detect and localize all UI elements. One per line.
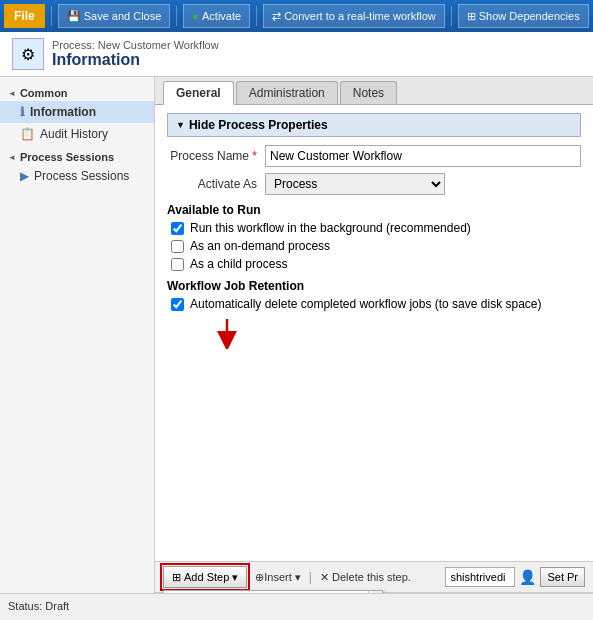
- available-section: Available to Run Run this workflow in th…: [167, 203, 581, 271]
- activate-as-select[interactable]: Process: [265, 173, 445, 195]
- sidebar-item-process-sessions[interactable]: ▶ Process Sessions: [0, 165, 154, 187]
- available-title: Available to Run: [167, 203, 581, 217]
- tab-general[interactable]: General: [163, 81, 234, 105]
- retention-title: Workflow Job Retention: [167, 279, 581, 293]
- separator-3: [256, 6, 257, 26]
- tab-notes[interactable]: Notes: [340, 81, 397, 104]
- save-icon: 💾: [67, 10, 81, 23]
- retention-label: Automatically delete completed workflow …: [190, 297, 542, 311]
- checkbox-background[interactable]: [171, 222, 184, 235]
- audit-icon: 📋: [20, 127, 35, 141]
- dropdown-item-stage[interactable]: Stage: [164, 591, 382, 593]
- activate-button[interactable]: ● Activate: [183, 4, 250, 28]
- process-name-label: Process Name: [167, 149, 257, 163]
- set-prop-button[interactable]: Set Pr: [540, 567, 585, 587]
- show-dep-button[interactable]: ⊞ Show Dependencies: [458, 4, 589, 28]
- add-step-button[interactable]: ⊞ Add Step ▾: [163, 566, 247, 588]
- process-sessions-section-header: Process Sessions: [0, 145, 154, 165]
- retention-checkbox-row: Automatically delete completed workflow …: [167, 297, 581, 311]
- checkbox-retention[interactable]: [171, 298, 184, 311]
- activate-as-label: Activate As: [167, 177, 257, 191]
- step-toolbar: ⊞ Add Step ▾ ⊕Insert ▾ | ✕ Delete this s…: [155, 561, 593, 593]
- form-content: Hide Process Properties Process Name Act…: [155, 105, 593, 561]
- checkbox-ondemand-label: As an on-demand process: [190, 239, 330, 253]
- insert-arrow: ▾: [295, 571, 301, 583]
- dropdown-menu: Stage Check Condition Conditional Branch…: [163, 590, 383, 593]
- separator-4: [451, 6, 452, 26]
- info-icon: ℹ: [20, 105, 25, 119]
- process-name-input[interactable]: [265, 145, 581, 167]
- process-icon: ▶: [20, 169, 29, 183]
- status-text: Status: Draft: [8, 600, 69, 612]
- main-layout: Common ℹ Information 📋 Audit History Pro…: [0, 77, 593, 593]
- checkbox-row-1: Run this workflow in the background (rec…: [167, 221, 581, 235]
- user-input[interactable]: [445, 567, 515, 587]
- sidebar: Common ℹ Information 📋 Audit History Pro…: [0, 77, 155, 593]
- right-panel: 👤 Set Pr: [445, 567, 585, 587]
- user-icon: 👤: [519, 569, 536, 585]
- breadcrumb: Process: New Customer Workflow: [52, 39, 219, 51]
- arrow-1-container: [167, 319, 581, 349]
- file-button[interactable]: File: [4, 4, 45, 28]
- retention-section: Workflow Job Retention Automatically del…: [167, 279, 581, 311]
- dropdown-scrollbar[interactable]: [368, 591, 382, 593]
- add-step-arrow: ▾: [232, 571, 238, 584]
- step-separator: |: [309, 570, 312, 584]
- save-close-button[interactable]: 💾 Save and Close: [58, 4, 171, 28]
- checkbox-background-label: Run this workflow in the background (rec…: [190, 221, 471, 235]
- checkbox-row-2: As an on-demand process: [167, 239, 581, 253]
- convert-icon: ⇄: [272, 10, 281, 23]
- arrow-down-1: [207, 319, 247, 349]
- separator-2: [176, 6, 177, 26]
- activate-icon: ●: [192, 10, 199, 22]
- toolbar: File 💾 Save and Close ● Activate ⇄ Conve…: [0, 0, 593, 32]
- page-icon: ⚙: [12, 38, 44, 70]
- sidebar-item-audit-history[interactable]: 📋 Audit History: [0, 123, 154, 145]
- checkbox-child-label: As a child process: [190, 257, 287, 271]
- checkbox-child[interactable]: [171, 258, 184, 271]
- section-header[interactable]: Hide Process Properties: [167, 113, 581, 137]
- checkbox-ondemand[interactable]: [171, 240, 184, 253]
- insert-button[interactable]: ⊕Insert ▾: [251, 569, 305, 586]
- separator-1: [51, 6, 52, 26]
- delete-step-button[interactable]: ✕ Delete this step.: [316, 569, 415, 586]
- activate-as-row: Activate As Process: [167, 173, 581, 195]
- convert-button[interactable]: ⇄ Convert to a real-time workflow: [263, 4, 445, 28]
- sidebar-item-information[interactable]: ℹ Information: [0, 101, 154, 123]
- status-bar: Status: Draft: [0, 593, 593, 617]
- tab-administration[interactable]: Administration: [236, 81, 338, 104]
- page-header-text: Process: New Customer Workflow Informati…: [52, 39, 219, 69]
- page-header: ⚙ Process: New Customer Workflow Informa…: [0, 32, 593, 77]
- content-area: General Administration Notes Hide Proces…: [155, 77, 593, 593]
- dep-icon: ⊞: [467, 10, 476, 23]
- checkbox-row-3: As a child process: [167, 257, 581, 271]
- add-step-icon: ⊞: [172, 571, 181, 584]
- process-name-row: Process Name: [167, 145, 581, 167]
- page-title: Information: [52, 51, 219, 69]
- common-section-header: Common: [0, 81, 154, 101]
- tabs: General Administration Notes: [155, 77, 593, 105]
